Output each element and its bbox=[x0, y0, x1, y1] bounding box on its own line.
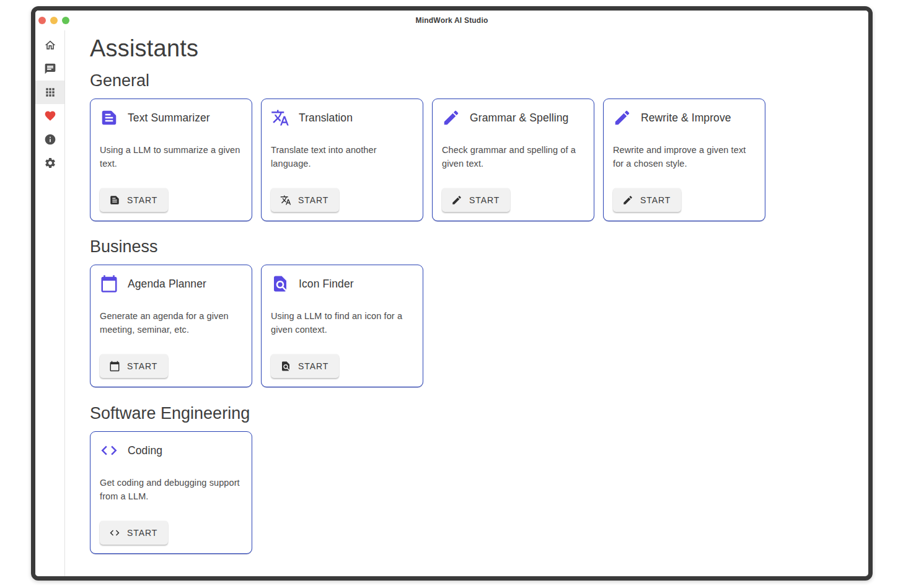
pencil-icon bbox=[613, 108, 632, 127]
start-button-label: START bbox=[469, 195, 500, 205]
card-description: Using a LLM to summarize a given text. bbox=[100, 143, 242, 171]
translate-icon bbox=[280, 195, 291, 206]
calendar-icon bbox=[100, 274, 118, 293]
start-button-translation[interactable]: START bbox=[271, 188, 339, 212]
start-button-label: START bbox=[298, 361, 328, 371]
sidebar-item-favorites[interactable] bbox=[35, 104, 64, 128]
window-title: MindWork AI Studio bbox=[416, 16, 488, 25]
calendar-icon bbox=[109, 361, 120, 372]
section-heading-software-engineering: Software Engineering bbox=[90, 404, 844, 423]
zoom-window-button[interactable] bbox=[62, 17, 69, 24]
start-button-label: START bbox=[127, 361, 157, 371]
sidebar-item-home[interactable] bbox=[35, 33, 64, 57]
card-title: Rewrite & Improve bbox=[641, 112, 731, 125]
page-title: Assistants bbox=[90, 35, 844, 62]
desktop-background: MindWork AI Studio bbox=[0, 0, 903, 588]
card-description: Rewrite and improve a given text for a c… bbox=[613, 143, 755, 171]
card-row-general: Text Summarizer Using a LLM to summarize… bbox=[90, 99, 844, 221]
start-button-text-summarizer[interactable]: START bbox=[100, 188, 168, 212]
titlebar: MindWork AI Studio bbox=[35, 11, 868, 30]
home-icon bbox=[44, 39, 56, 51]
main-content: Assistants General Text Summarizer Using… bbox=[65, 30, 868, 576]
start-button-label: START bbox=[298, 195, 328, 205]
sidebar-item-assistants[interactable] bbox=[35, 81, 64, 104]
assistant-card-agenda-planner: Agenda Planner Generate an agenda for a … bbox=[90, 265, 252, 387]
pencil-icon bbox=[442, 108, 460, 127]
card-row-business: Agenda Planner Generate an agenda for a … bbox=[90, 265, 844, 387]
assistant-card-icon-finder: Icon Finder Using a LLM to find an icon … bbox=[261, 265, 423, 387]
card-row-software-engineering: Coding Get coding and debugging support … bbox=[90, 431, 844, 554]
card-title: Translation bbox=[299, 112, 353, 125]
info-icon bbox=[44, 133, 56, 146]
start-button-agenda-planner[interactable]: START bbox=[100, 354, 168, 378]
card-title: Icon Finder bbox=[299, 278, 354, 291]
card-title: Text Summarizer bbox=[128, 112, 210, 125]
card-title: Grammar & Spelling bbox=[470, 112, 568, 125]
text-snippet-icon bbox=[100, 108, 118, 127]
card-description: Get coding and debugging support from a … bbox=[100, 476, 242, 504]
window-controls bbox=[38, 11, 69, 30]
card-header: Icon Finder bbox=[271, 274, 413, 293]
code-icon bbox=[109, 527, 120, 538]
assistant-card-translation: Translation Translate text into another … bbox=[261, 99, 423, 221]
card-header: Grammar & Spelling bbox=[442, 108, 584, 127]
minimize-window-button[interactable] bbox=[50, 17, 58, 24]
sidebar-item-settings[interactable] bbox=[35, 151, 64, 175]
code-icon bbox=[100, 441, 118, 460]
card-title: Agenda Planner bbox=[128, 278, 206, 291]
assistant-card-coding: Coding Get coding and debugging support … bbox=[90, 431, 252, 554]
card-description: Generate an agenda for a given meeting, … bbox=[100, 309, 242, 337]
card-header: Coding bbox=[100, 441, 242, 460]
start-button-label: START bbox=[640, 195, 671, 205]
card-title: Coding bbox=[128, 444, 162, 457]
translate-icon bbox=[271, 108, 289, 127]
start-button-label: START bbox=[127, 528, 157, 538]
pencil-icon bbox=[622, 195, 633, 206]
close-window-button[interactable] bbox=[38, 17, 46, 24]
sidebar-nav bbox=[35, 30, 65, 576]
assistant-card-text-summarizer: Text Summarizer Using a LLM to summarize… bbox=[90, 99, 252, 221]
pencil-icon bbox=[451, 195, 462, 206]
sidebar-item-about[interactable] bbox=[35, 128, 64, 151]
card-description: Check grammar and spelling of a given te… bbox=[442, 143, 584, 171]
section-heading-general: General bbox=[90, 71, 844, 90]
card-header: Translation bbox=[271, 108, 413, 127]
start-button-label: START bbox=[127, 195, 157, 205]
section-heading-business: Business bbox=[90, 237, 844, 257]
start-button-rewrite-improve[interactable]: START bbox=[613, 188, 681, 212]
assistant-card-grammar-spelling: Grammar & Spelling Check grammar and spe… bbox=[432, 99, 594, 221]
app-window: MindWork AI Studio bbox=[31, 6, 873, 581]
find-in-page-icon bbox=[271, 274, 289, 293]
start-button-icon-finder[interactable]: START bbox=[271, 354, 339, 378]
assistant-card-rewrite-improve: Rewrite & Improve Rewrite and improve a … bbox=[603, 99, 765, 221]
text-snippet-icon bbox=[109, 195, 120, 206]
sidebar-item-chats[interactable] bbox=[35, 57, 64, 81]
card-header: Agenda Planner bbox=[100, 274, 242, 293]
gear-icon bbox=[44, 157, 56, 169]
heart-icon bbox=[44, 110, 56, 122]
chat-icon bbox=[44, 63, 56, 75]
card-header: Rewrite & Improve bbox=[613, 108, 755, 127]
find-in-page-icon bbox=[280, 361, 291, 372]
card-description: Using a LLM to find an icon for a given … bbox=[271, 309, 413, 337]
card-header: Text Summarizer bbox=[100, 108, 242, 127]
apps-grid-icon bbox=[44, 86, 56, 99]
start-button-coding[interactable]: START bbox=[100, 521, 168, 545]
start-button-grammar-spelling[interactable]: START bbox=[442, 188, 510, 212]
card-description: Translate text into another language. bbox=[271, 143, 413, 171]
